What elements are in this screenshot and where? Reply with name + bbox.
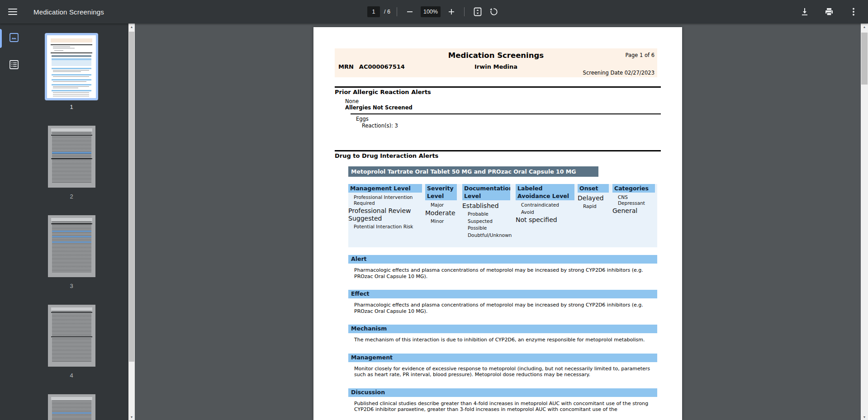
allergy-not-screened-label: Allergies Not Screened bbox=[345, 104, 413, 111]
fit-page-icon bbox=[474, 7, 482, 16]
table-column-options: DelayedRapid bbox=[578, 194, 609, 209]
thumbnail-content-shape bbox=[51, 218, 92, 221]
thumbnail-content-shape bbox=[52, 412, 91, 414]
thumbnails-icon bbox=[9, 33, 19, 42]
thumbnail-content-shape bbox=[52, 60, 91, 66]
thumbnail-content-shape bbox=[51, 158, 92, 159]
active-tab-indicator bbox=[0, 29, 2, 48]
subsection-text: Monitor closely for evidence of excessiv… bbox=[354, 366, 652, 378]
table-column: Management LevelProfessional Interventio… bbox=[348, 184, 422, 231]
allergy-divider bbox=[351, 113, 661, 114]
fit-to-page-button[interactable] bbox=[471, 5, 484, 19]
thumbnail-frame bbox=[46, 123, 98, 190]
subsection-text: Pharmacologic effects and plasma concent… bbox=[354, 302, 652, 314]
thumbnail-page-4[interactable]: 4 bbox=[46, 302, 98, 379]
thumbnail-content-shape bbox=[53, 47, 70, 47]
toolbar-divider bbox=[397, 7, 397, 16]
thumbnail-frame bbox=[46, 302, 98, 369]
table-option: Contraindicated bbox=[521, 202, 574, 208]
thumbnail-number: 3 bbox=[70, 283, 73, 289]
sidebar: 12345 ▲ ▼ bbox=[0, 24, 135, 420]
outline-list-icon bbox=[9, 60, 19, 70]
table-option-selected: Professional Review Suggested bbox=[348, 207, 421, 222]
table-column-header: Severity Level bbox=[425, 184, 457, 200]
thumbnails-view-button[interactable] bbox=[7, 31, 21, 44]
scroll-down-arrow[interactable]: ▼ bbox=[861, 414, 868, 420]
subsection-effect: EffectPharmacologic effects and plasma c… bbox=[348, 290, 657, 314]
thumbnail-content-shape bbox=[53, 81, 86, 82]
document-outline-button[interactable] bbox=[7, 58, 21, 71]
thumbnail-content-shape bbox=[51, 223, 92, 224]
subsection-title-bar: Alert bbox=[348, 255, 657, 264]
thumbnail-content-shape bbox=[51, 38, 92, 42]
thumbnail-content-shape bbox=[52, 222, 91, 272]
thumbnail-preview[interactable] bbox=[48, 215, 95, 277]
main-scrollbar-thumb[interactable] bbox=[861, 33, 868, 85]
thumbnail-content-shape bbox=[52, 236, 91, 237]
thumbnail-frame bbox=[46, 213, 98, 279]
thumbnail-content-shape bbox=[51, 336, 92, 337]
thumbnail-content-shape bbox=[52, 241, 91, 243]
subsection-management: ManagementMonitor closely for evidence o… bbox=[348, 354, 657, 378]
toolbar: Medication Screenings / 6 bbox=[0, 0, 868, 24]
section-divider bbox=[335, 150, 661, 151]
thumbnail-content-shape bbox=[53, 76, 89, 77]
zoom-out-button[interactable] bbox=[403, 5, 416, 18]
thumbnail-number: 4 bbox=[70, 372, 73, 379]
table-column-header: Categories bbox=[612, 184, 655, 193]
table-option-selected: General bbox=[612, 207, 654, 215]
thumbnail-page-1[interactable]: 1 bbox=[45, 33, 98, 110]
table-column-options: MajorModerateMinor bbox=[425, 202, 457, 224]
subsection-text: Published clinical studies describe grea… bbox=[354, 401, 652, 413]
subsection-title-bar: Management bbox=[348, 354, 657, 362]
table-column-header: Documentation Level bbox=[462, 184, 510, 200]
allergy-none-label: None bbox=[345, 98, 359, 104]
thumbnail-page-3[interactable]: 3 bbox=[46, 213, 98, 289]
thumbnail-preview[interactable] bbox=[48, 126, 95, 188]
allergen-reaction-count: Reaction(s): 3 bbox=[362, 123, 398, 129]
rotate-button[interactable] bbox=[487, 5, 501, 19]
zoom-in-button[interactable] bbox=[445, 5, 458, 18]
patient-name: Irwin Medina bbox=[335, 63, 657, 70]
thumbnail-content-shape bbox=[51, 52, 92, 53]
table-option: Professional Intervention Required bbox=[354, 194, 421, 206]
main-scrollbar[interactable]: ▲ ▼ bbox=[861, 24, 868, 420]
minus-icon bbox=[407, 9, 413, 15]
scroll-up-arrow[interactable]: ▲ bbox=[128, 24, 135, 30]
table-column: Documentation LevelEstablishedProbableSu… bbox=[462, 184, 510, 239]
subsection-text: Pharmacologic effects and plasma concent… bbox=[354, 267, 652, 279]
thumbnail-page-2[interactable]: 2 bbox=[46, 123, 98, 200]
table-option: Possible bbox=[468, 225, 509, 231]
table-option: CNS Depressant bbox=[618, 194, 654, 206]
thumbnail-page-5[interactable]: 5 bbox=[46, 392, 98, 420]
thumbnail-content-shape bbox=[54, 50, 63, 51]
interaction-levels-table: Management LevelProfessional Interventio… bbox=[348, 184, 657, 247]
thumbnail-preview[interactable] bbox=[47, 35, 96, 98]
table-option-selected: Not specified bbox=[516, 216, 574, 224]
thumbnail-content-shape bbox=[52, 79, 91, 80]
zoom-level-input[interactable] bbox=[421, 6, 441, 17]
sidebar-scrollbar-thumb[interactable] bbox=[129, 32, 134, 362]
table-option: Potential Interaction Risk bbox=[354, 224, 421, 230]
subsection-mechanism: MechanismThe mechanism of this interacti… bbox=[348, 325, 657, 343]
table-column-header: Labeled Avoidance Level bbox=[516, 184, 574, 200]
thumbnail-preview[interactable] bbox=[48, 394, 95, 420]
thumbnail-content-shape bbox=[52, 90, 91, 91]
toolbar-center-controls: / 6 bbox=[0, 0, 868, 24]
scroll-down-arrow[interactable]: ▼ bbox=[128, 414, 135, 420]
table-option-selected: Delayed bbox=[578, 194, 608, 202]
interaction-subsections: AlertPharmacologic effects and plasma co… bbox=[348, 255, 657, 420]
subsection-title-bar: Discussion bbox=[348, 388, 657, 397]
allergy-section-title: Prior Allergic Reaction Alerts bbox=[335, 89, 431, 95]
thumbnail-preview[interactable] bbox=[48, 305, 95, 367]
report-title: Medication Screenings bbox=[335, 51, 657, 60]
section-divider bbox=[335, 86, 661, 88]
thumbnail-content-shape bbox=[51, 307, 92, 311]
table-option-selected: Established bbox=[462, 202, 509, 210]
thumbnail-content-shape bbox=[53, 71, 81, 72]
subsection-title-bar: Effect bbox=[348, 290, 657, 298]
page-number-input[interactable] bbox=[367, 6, 380, 17]
sidebar-scrollbar[interactable]: ▲ ▼ bbox=[128, 24, 135, 420]
table-column: CategoriesCNS DepressantGeneral bbox=[612, 184, 655, 216]
scroll-up-arrow[interactable]: ▲ bbox=[861, 24, 868, 30]
